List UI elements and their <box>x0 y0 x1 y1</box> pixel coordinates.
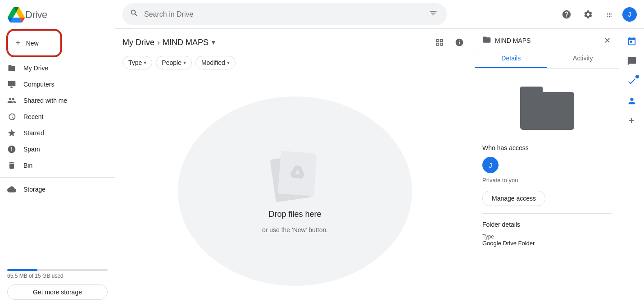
storage-icon <box>7 185 16 194</box>
app-name: Drive <box>25 9 47 21</box>
nav-list: My Drive Computers Shared with me Recent… <box>0 60 115 197</box>
search-bar[interactable] <box>122 3 447 25</box>
shared-icon <box>7 96 16 105</box>
modified-filter[interactable]: Modified ▾ <box>195 56 236 69</box>
modified-filter-chevron: ▾ <box>227 60 230 66</box>
paper-front <box>278 151 317 196</box>
computers-icon <box>7 80 16 89</box>
calendar-app-button[interactable] <box>623 32 641 50</box>
drop-files-icon <box>268 148 322 202</box>
storage-text: 65.5 MB of 15 GB used <box>7 273 108 279</box>
manage-access-button[interactable]: Manage access <box>482 191 545 206</box>
tasks-badge <box>635 75 639 78</box>
drop-files-subtitle: or use the 'New' button. <box>262 226 328 234</box>
user-avatar[interactable]: J <box>622 7 637 22</box>
tab-details[interactable]: Details <box>475 49 547 68</box>
sidebar-item-recent[interactable]: Recent <box>0 109 108 125</box>
sidebar-item-bin[interactable]: Bin <box>0 157 108 174</box>
main-content: J My Drive › MIND MAPS ▼ <box>115 0 644 307</box>
sidebar-item-my-drive[interactable]: My Drive <box>0 60 108 76</box>
panel-folder-icon <box>482 35 491 46</box>
chat-app-button[interactable] <box>623 52 641 70</box>
panel-divider <box>482 213 612 214</box>
panel-body: Who has access J Private to you Manage a… <box>475 69 619 307</box>
sidebar-item-storage-label: Storage <box>23 186 45 193</box>
add-apps-button[interactable]: + <box>623 112 641 130</box>
right-sidebar-icons: + <box>619 29 644 307</box>
access-user: J <box>482 157 612 173</box>
user-avatar-panel: J <box>482 157 499 173</box>
tasks-app-button[interactable] <box>623 72 641 90</box>
sidebar-item-starred-label: Starred <box>23 129 44 137</box>
sidebar: Drive + New My Drive Computers Shared wi… <box>0 0 115 307</box>
folder-details-title: Folder details <box>482 221 612 228</box>
drop-zone: Drop files here or use the 'New' button. <box>115 75 475 307</box>
sidebar-item-computers[interactable]: Computers <box>0 76 108 92</box>
top-header: J <box>115 0 644 29</box>
sidebar-divider <box>0 177 115 178</box>
svg-rect-0 <box>8 81 16 87</box>
type-label: Type <box>482 234 612 240</box>
type-filter[interactable]: Type ▾ <box>122 56 152 69</box>
sidebar-item-spam-label: Spam <box>23 146 40 153</box>
grid-view-button[interactable] <box>431 34 448 50</box>
who-has-access-label: Who has access <box>482 144 612 151</box>
sidebar-item-recent-label: Recent <box>23 113 43 120</box>
details-panel: MIND MAPS ✕ Details Activity <box>475 29 619 307</box>
sidebar-header: Drive <box>0 4 115 30</box>
people-filter[interactable]: People ▾ <box>156 56 192 69</box>
sidebar-item-bin-label: Bin <box>23 162 32 169</box>
settings-button[interactable] <box>579 5 597 23</box>
sidebar-item-starred[interactable]: Starred <box>0 125 108 141</box>
storage-bar-fill <box>7 269 37 271</box>
sidebar-item-shared-with-me[interactable]: Shared with me <box>0 92 108 109</box>
drop-files-title: Drop files here <box>268 210 321 219</box>
apps-button[interactable] <box>601 5 619 23</box>
private-text: Private to you <box>482 177 612 183</box>
sidebar-item-computers-label: Computers <box>23 81 54 88</box>
new-button-label: New <box>26 40 39 47</box>
tab-activity[interactable]: Activity <box>547 49 619 68</box>
spam-icon <box>7 145 16 154</box>
breadcrumb-chevron-icon[interactable]: ▼ <box>210 39 217 46</box>
bin-icon <box>7 161 16 170</box>
type-filter-chevron: ▾ <box>144 60 146 66</box>
sidebar-item-shared-label: Shared with me <box>23 97 67 104</box>
storage-bar-bg <box>7 269 108 271</box>
drive-logo-icon <box>7 7 25 23</box>
my-drive-icon <box>7 64 16 73</box>
info-button[interactable] <box>451 34 467 50</box>
folder-image <box>520 87 574 130</box>
panel-tabs: Details Activity <box>475 49 619 69</box>
folder-preview <box>482 87 612 130</box>
filters: Type ▾ People ▾ Modified ▾ <box>115 54 475 75</box>
search-icon <box>130 9 139 20</box>
content-area: My Drive › MIND MAPS ▼ <box>115 29 644 307</box>
recent-icon <box>7 112 16 121</box>
search-input[interactable] <box>144 10 422 18</box>
new-button-wrapper: + New <box>0 30 115 60</box>
type-value: Google Drive Folder <box>482 240 612 247</box>
breadcrumb-parent[interactable]: My Drive <box>122 38 154 47</box>
plus-icon: + <box>15 38 21 48</box>
file-browser: My Drive › MIND MAPS ▼ <box>115 29 475 307</box>
header-actions: J <box>558 5 637 23</box>
help-button[interactable] <box>558 5 576 23</box>
sidebar-item-storage[interactable]: Storage <box>0 181 108 197</box>
starred-icon <box>7 128 16 137</box>
panel-close-button[interactable]: ✕ <box>599 32 615 49</box>
panel-header: MIND MAPS ✕ <box>475 29 619 49</box>
sidebar-item-spam[interactable]: Spam <box>0 141 108 157</box>
sidebar-item-my-drive-label: My Drive <box>23 64 48 72</box>
toolbar-actions <box>431 34 467 50</box>
breadcrumb-current: MIND MAPS ▼ <box>163 38 217 47</box>
search-filter-button[interactable] <box>427 7 440 22</box>
get-more-storage-button[interactable]: Get more storage <box>7 284 108 300</box>
detail-type: Type Google Drive Folder <box>482 234 612 247</box>
panel-folder-name: MIND MAPS <box>495 37 595 44</box>
contacts-app-button[interactable] <box>623 92 641 110</box>
folder-body <box>520 92 574 130</box>
new-button[interactable]: + New <box>7 30 61 56</box>
drive-logo-mini <box>290 165 305 182</box>
breadcrumb-separator: › <box>157 38 160 47</box>
